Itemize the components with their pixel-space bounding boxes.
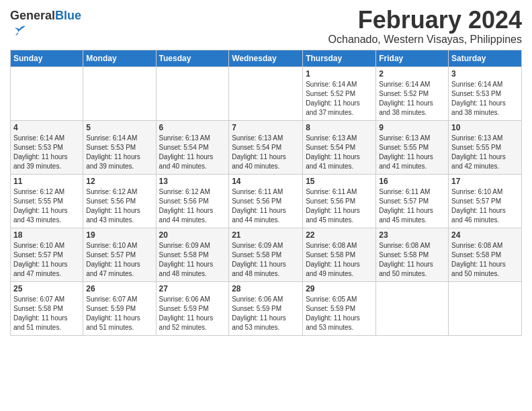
day-info: Sunrise: 6:12 AM Sunset: 5:56 PM Dayligh… <box>159 187 226 225</box>
month-title: February 2024 <box>328 7 522 34</box>
day-info: Sunrise: 6:09 AM Sunset: 5:58 PM Dayligh… <box>232 241 300 279</box>
day-number: 14 <box>232 177 300 186</box>
weekday-header: Monday <box>83 50 156 66</box>
calendar-cell <box>83 66 156 120</box>
day-info: Sunrise: 6:14 AM Sunset: 5:53 PM Dayligh… <box>13 134 80 171</box>
calendar-cell: 21Sunrise: 6:09 AM Sunset: 5:58 PM Dayli… <box>229 228 303 281</box>
calendar-cell: 2Sunrise: 6:14 AM Sunset: 5:52 PM Daylig… <box>376 66 449 120</box>
day-info: Sunrise: 6:11 AM Sunset: 5:57 PM Dayligh… <box>379 187 445 225</box>
calendar-cell: 7Sunrise: 6:13 AM Sunset: 5:54 PM Daylig… <box>229 120 303 174</box>
weekday-header: Friday <box>376 50 449 66</box>
page-header: GeneralBlue February 2024 Ochanado, West… <box>10 7 522 46</box>
calendar-cell: 15Sunrise: 6:11 AM Sunset: 5:56 PM Dayli… <box>303 174 376 228</box>
weekday-header: Sunday <box>11 50 83 66</box>
day-info: Sunrise: 6:08 AM Sunset: 5:58 PM Dayligh… <box>306 241 373 279</box>
calendar-cell <box>156 66 229 120</box>
calendar-cell: 29Sunrise: 6:05 AM Sunset: 5:59 PM Dayli… <box>303 281 376 335</box>
day-info: Sunrise: 6:11 AM Sunset: 5:56 PM Dayligh… <box>232 187 300 225</box>
day-number: 25 <box>13 284 80 293</box>
calendar-cell <box>449 281 522 335</box>
weekday-header: Thursday <box>303 50 376 66</box>
calendar-cell <box>229 66 303 120</box>
day-info: Sunrise: 6:10 AM Sunset: 5:57 PM Dayligh… <box>451 187 519 225</box>
calendar-cell: 3Sunrise: 6:14 AM Sunset: 5:53 PM Daylig… <box>449 66 522 120</box>
calendar-table: SundayMondayTuesdayWednesdayThursdayFrid… <box>10 50 522 336</box>
calendar-cell: 6Sunrise: 6:13 AM Sunset: 5:54 PM Daylig… <box>156 120 229 174</box>
calendar-cell: 8Sunrise: 6:13 AM Sunset: 5:54 PM Daylig… <box>303 120 376 174</box>
location-title: Ochanado, Western Visayas, Philippines <box>328 34 522 46</box>
day-number: 1 <box>306 69 373 79</box>
day-info: Sunrise: 6:08 AM Sunset: 5:58 PM Dayligh… <box>451 241 519 279</box>
calendar-week-row: 1Sunrise: 6:14 AM Sunset: 5:52 PM Daylig… <box>11 66 522 120</box>
calendar-cell: 17Sunrise: 6:10 AM Sunset: 5:57 PM Dayli… <box>449 174 522 228</box>
day-number: 8 <box>306 123 373 132</box>
day-info: Sunrise: 6:12 AM Sunset: 5:56 PM Dayligh… <box>86 187 152 225</box>
day-number: 11 <box>13 177 80 186</box>
logo-general: General <box>10 9 55 22</box>
weekday-header: Tuesday <box>156 50 229 66</box>
day-info: Sunrise: 6:13 AM Sunset: 5:54 PM Dayligh… <box>232 134 300 171</box>
day-number: 21 <box>232 230 300 240</box>
day-number: 23 <box>379 230 445 240</box>
calendar-cell: 13Sunrise: 6:12 AM Sunset: 5:56 PM Dayli… <box>156 174 229 228</box>
day-info: Sunrise: 6:08 AM Sunset: 5:58 PM Dayligh… <box>379 241 445 279</box>
calendar-cell: 14Sunrise: 6:11 AM Sunset: 5:56 PM Dayli… <box>229 174 303 228</box>
weekday-header: Wednesday <box>229 50 303 66</box>
day-number: 26 <box>86 284 152 293</box>
day-info: Sunrise: 6:09 AM Sunset: 5:58 PM Dayligh… <box>159 241 226 279</box>
day-info: Sunrise: 6:13 AM Sunset: 5:55 PM Dayligh… <box>451 134 519 171</box>
calendar-cell: 5Sunrise: 6:14 AM Sunset: 5:53 PM Daylig… <box>83 120 156 174</box>
day-number: 12 <box>86 177 152 186</box>
day-info: Sunrise: 6:14 AM Sunset: 5:53 PM Dayligh… <box>451 80 519 118</box>
logo: GeneralBlue <box>10 9 81 40</box>
day-number: 6 <box>159 123 226 132</box>
day-number: 3 <box>451 69 519 79</box>
day-number: 28 <box>232 284 300 293</box>
calendar-cell: 10Sunrise: 6:13 AM Sunset: 5:55 PM Dayli… <box>449 120 522 174</box>
day-info: Sunrise: 6:06 AM Sunset: 5:59 PM Dayligh… <box>232 295 300 332</box>
day-number: 5 <box>86 123 152 132</box>
day-number: 27 <box>159 284 226 293</box>
day-info: Sunrise: 6:07 AM Sunset: 5:58 PM Dayligh… <box>13 295 80 332</box>
calendar-cell: 25Sunrise: 6:07 AM Sunset: 5:58 PM Dayli… <box>11 281 83 335</box>
calendar-cell: 12Sunrise: 6:12 AM Sunset: 5:56 PM Dayli… <box>83 174 156 228</box>
day-info: Sunrise: 6:14 AM Sunset: 5:53 PM Dayligh… <box>86 134 152 171</box>
day-info: Sunrise: 6:11 AM Sunset: 5:56 PM Dayligh… <box>306 187 373 225</box>
calendar-cell: 26Sunrise: 6:07 AM Sunset: 5:59 PM Dayli… <box>83 281 156 335</box>
day-info: Sunrise: 6:14 AM Sunset: 5:52 PM Dayligh… <box>306 80 373 118</box>
day-info: Sunrise: 6:10 AM Sunset: 5:57 PM Dayligh… <box>13 241 80 279</box>
day-number: 13 <box>159 177 226 186</box>
calendar-cell: 24Sunrise: 6:08 AM Sunset: 5:58 PM Dayli… <box>449 228 522 281</box>
day-number: 10 <box>451 123 519 132</box>
day-number: 9 <box>379 123 445 132</box>
day-number: 19 <box>86 230 152 240</box>
calendar-cell: 22Sunrise: 6:08 AM Sunset: 5:58 PM Dayli… <box>303 228 376 281</box>
day-number: 16 <box>379 177 445 186</box>
logo-bird-icon <box>11 23 26 38</box>
day-info: Sunrise: 6:07 AM Sunset: 5:59 PM Dayligh… <box>86 295 152 332</box>
day-number: 22 <box>306 230 373 240</box>
calendar-cell <box>376 281 449 335</box>
day-number: 4 <box>13 123 80 132</box>
calendar-cell: 18Sunrise: 6:10 AM Sunset: 5:57 PM Dayli… <box>11 228 83 281</box>
day-number: 2 <box>379 69 445 79</box>
weekday-header: Saturday <box>449 50 522 66</box>
calendar-header-row: SundayMondayTuesdayWednesdayThursdayFrid… <box>11 50 522 66</box>
calendar-cell: 9Sunrise: 6:13 AM Sunset: 5:55 PM Daylig… <box>376 120 449 174</box>
day-info: Sunrise: 6:06 AM Sunset: 5:59 PM Dayligh… <box>159 295 226 332</box>
day-info: Sunrise: 6:13 AM Sunset: 5:54 PM Dayligh… <box>306 134 373 171</box>
day-number: 24 <box>451 230 519 240</box>
day-info: Sunrise: 6:12 AM Sunset: 5:55 PM Dayligh… <box>13 187 80 225</box>
calendar-cell: 19Sunrise: 6:10 AM Sunset: 5:57 PM Dayli… <box>83 228 156 281</box>
day-number: 20 <box>159 230 226 240</box>
day-number: 29 <box>306 284 373 293</box>
logo-blue: Blue <box>55 9 81 22</box>
calendar-week-row: 18Sunrise: 6:10 AM Sunset: 5:57 PM Dayli… <box>11 228 522 281</box>
calendar-cell: 1Sunrise: 6:14 AM Sunset: 5:52 PM Daylig… <box>303 66 376 120</box>
calendar-cell <box>11 66 83 120</box>
title-block: February 2024 Ochanado, Western Visayas,… <box>328 7 522 46</box>
calendar-cell: 20Sunrise: 6:09 AM Sunset: 5:58 PM Dayli… <box>156 228 229 281</box>
day-number: 18 <box>13 230 80 240</box>
day-info: Sunrise: 6:10 AM Sunset: 5:57 PM Dayligh… <box>86 241 152 279</box>
calendar-cell: 27Sunrise: 6:06 AM Sunset: 5:59 PM Dayli… <box>156 281 229 335</box>
